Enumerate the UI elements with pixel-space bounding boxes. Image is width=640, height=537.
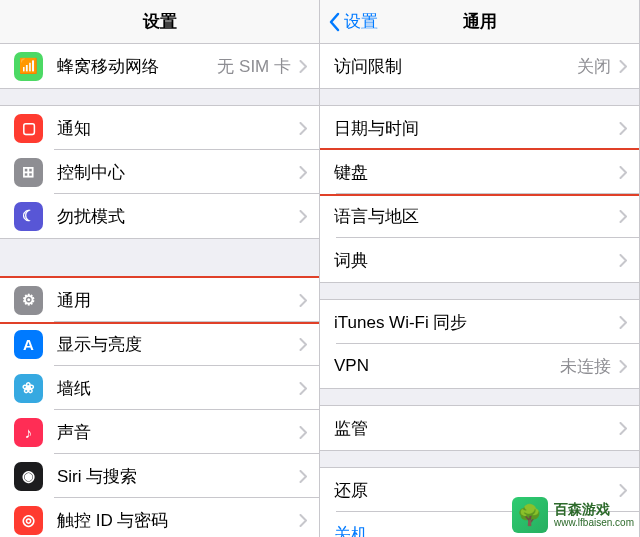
row-detail: 关闭 xyxy=(577,55,611,78)
chevron-right-icon xyxy=(619,316,627,329)
settings-row[interactable]: ☾勿扰模式 xyxy=(0,194,319,238)
settings-group: 访问限制关闭 xyxy=(320,44,639,89)
chevron-right-icon xyxy=(299,294,307,307)
row-label: 访问限制 xyxy=(334,55,577,78)
settings-group: 📶蜂窝移动网络无 SIM 卡 xyxy=(0,44,319,89)
settings-row[interactable]: 监管 xyxy=(320,406,639,450)
chevron-right-icon xyxy=(619,484,627,497)
settings-list-right: 访问限制关闭日期与时间键盘语言与地区词典iTunes Wi-Fi 同步VPN未连… xyxy=(320,44,639,537)
chevron-right-icon xyxy=(299,210,307,223)
settings-pane-left: 设置 📶蜂窝移动网络无 SIM 卡▢通知⊞控制中心☾勿扰模式⚙通用A显示与亮度❀… xyxy=(0,0,320,537)
row-label: iTunes Wi-Fi 同步 xyxy=(334,311,619,334)
row-label: 还原 xyxy=(334,479,619,502)
row-label: 日期与时间 xyxy=(334,117,619,140)
chevron-right-icon xyxy=(299,470,307,483)
row-label: 触控 ID 与密码 xyxy=(57,509,299,532)
settings-row[interactable]: iTunes Wi-Fi 同步 xyxy=(320,300,639,344)
display-icon: A xyxy=(14,330,43,359)
settings-group: 还原关机 xyxy=(320,467,639,537)
row-label: Siri 与搜索 xyxy=(57,465,299,488)
row-label: 勿扰模式 xyxy=(57,205,299,228)
settings-group: ⚙通用A显示与亮度❀墙纸♪声音◉Siri 与搜索◎触控 ID 与密码SOSSOS… xyxy=(0,277,319,537)
row-label: 声音 xyxy=(57,421,299,444)
settings-row[interactable]: VPN未连接 xyxy=(320,344,639,388)
settings-row[interactable]: 语言与地区 xyxy=(320,194,639,238)
settings-row[interactable]: 📶蜂窝移动网络无 SIM 卡 xyxy=(0,44,319,88)
notifications-icon: ▢ xyxy=(14,114,43,143)
chevron-right-icon xyxy=(619,166,627,179)
nav-back-button[interactable]: 设置 xyxy=(328,10,378,33)
row-detail: 无 SIM 卡 xyxy=(217,55,291,78)
settings-row[interactable]: ♪声音 xyxy=(0,410,319,454)
settings-row[interactable]: A显示与亮度 xyxy=(0,322,319,366)
settings-row[interactable]: 关机 xyxy=(320,512,639,537)
settings-group: 监管 xyxy=(320,405,639,451)
settings-pane-right: 设置 通用 访问限制关闭日期与时间键盘语言与地区词典iTunes Wi-Fi 同… xyxy=(320,0,640,537)
settings-list-left: 📶蜂窝移动网络无 SIM 卡▢通知⊞控制中心☾勿扰模式⚙通用A显示与亮度❀墙纸♪… xyxy=(0,44,319,537)
nav-title-right: 通用 xyxy=(463,10,497,33)
settings-row[interactable]: ⊞控制中心 xyxy=(0,150,319,194)
settings-row[interactable]: ◎触控 ID 与密码 xyxy=(0,498,319,537)
settings-row[interactable]: ❀墙纸 xyxy=(0,366,319,410)
chevron-right-icon xyxy=(299,60,307,73)
chevron-right-icon xyxy=(299,166,307,179)
general-icon: ⚙ xyxy=(14,286,43,315)
settings-row[interactable]: 词典 xyxy=(320,238,639,282)
chevron-right-icon xyxy=(299,382,307,395)
wallpaper-icon: ❀ xyxy=(14,374,43,403)
row-label: 墙纸 xyxy=(57,377,299,400)
row-label: 键盘 xyxy=(334,161,619,184)
settings-row[interactable]: 键盘 xyxy=(320,150,639,194)
chevron-right-icon xyxy=(619,360,627,373)
chevron-right-icon xyxy=(299,514,307,527)
row-label: 显示与亮度 xyxy=(57,333,299,356)
row-label: 关机 xyxy=(334,523,639,538)
sound-icon: ♪ xyxy=(14,418,43,447)
chevron-right-icon xyxy=(299,122,307,135)
nav-back-label: 设置 xyxy=(344,10,378,33)
chevron-right-icon xyxy=(299,426,307,439)
dnd-icon: ☾ xyxy=(14,202,43,231)
nav-title-left: 设置 xyxy=(143,10,177,33)
row-label: VPN xyxy=(334,356,560,376)
settings-row[interactable]: 还原 xyxy=(320,468,639,512)
settings-row[interactable]: 日期与时间 xyxy=(320,106,639,150)
row-label: 控制中心 xyxy=(57,161,299,184)
chevron-left-icon xyxy=(328,12,340,32)
settings-row[interactable]: ▢通知 xyxy=(0,106,319,150)
settings-group: 日期与时间键盘语言与地区词典 xyxy=(320,105,639,283)
chevron-right-icon xyxy=(619,422,627,435)
row-label: 监管 xyxy=(334,417,619,440)
settings-group: ▢通知⊞控制中心☾勿扰模式 xyxy=(0,105,319,239)
touchid-icon: ◎ xyxy=(14,506,43,535)
settings-group: iTunes Wi-Fi 同步VPN未连接 xyxy=(320,299,639,389)
nav-bar-left: 设置 xyxy=(0,0,319,44)
row-label: 蜂窝移动网络 xyxy=(57,55,217,78)
row-label: 词典 xyxy=(334,249,619,272)
settings-row[interactable]: ◉Siri 与搜索 xyxy=(0,454,319,498)
row-label: 通用 xyxy=(57,289,299,312)
row-detail: 未连接 xyxy=(560,355,611,378)
row-label: 通知 xyxy=(57,117,299,140)
chevron-right-icon xyxy=(619,210,627,223)
cellular-icon: 📶 xyxy=(14,52,43,81)
control-center-icon: ⊞ xyxy=(14,158,43,187)
chevron-right-icon xyxy=(619,254,627,267)
nav-bar-right: 设置 通用 xyxy=(320,0,639,44)
chevron-right-icon xyxy=(619,122,627,135)
settings-row[interactable]: 访问限制关闭 xyxy=(320,44,639,88)
settings-row[interactable]: ⚙通用 xyxy=(0,278,319,322)
chevron-right-icon xyxy=(619,60,627,73)
chevron-right-icon xyxy=(299,338,307,351)
siri-icon: ◉ xyxy=(14,462,43,491)
row-label: 语言与地区 xyxy=(334,205,619,228)
